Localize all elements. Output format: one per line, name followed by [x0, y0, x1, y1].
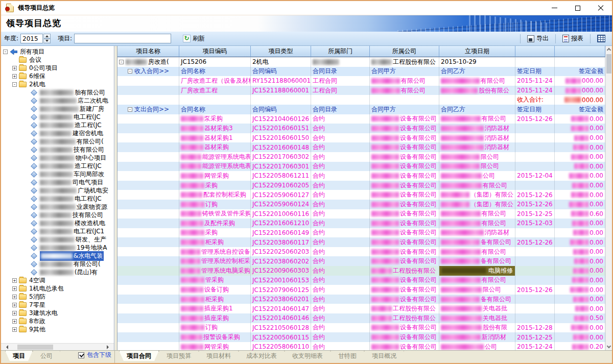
tree-project-item[interactable]: 胎有限公司: [1, 88, 114, 96]
year-input[interactable]: [20, 34, 43, 43]
contract-name-cell[interactable]: 器材采购1: [179, 133, 251, 143]
tree-folder-item[interactable]: +5消防: [1, 293, 114, 301]
tree-folder-item[interactable]: +9其他: [1, 325, 114, 333]
tab-成本对比表[interactable]: 成本对比表: [239, 351, 285, 361]
expense-contract-row[interactable]: 器材采购3JC1522016060151合约设备有限公司消防器材0.00: [117, 124, 605, 133]
contract-name-cell[interactable]: 插座采购1: [179, 304, 251, 313]
expense-contract-row[interactable]: 柜采购JC1522038060201合约设备有限公司备有限公司0.00: [117, 295, 605, 304]
tree-project-item[interactable]: 电工程(JC1: [1, 227, 114, 235]
tab-项目合同[interactable]: 项目合同: [119, 351, 159, 361]
expense-contract-row[interactable]: 网管采购JC1522058061211合约设备有限公司公司2015-12-040…: [117, 171, 605, 181]
collapse-icon[interactable]: -: [119, 60, 124, 64]
maximize-button[interactable]: [566, 1, 589, 15]
contract-name-cell[interactable]: 厂房改造工程: [179, 86, 251, 95]
expense-contract-row[interactable]: 订购JC1522059060124合约设备有限公司（集团）有限公2015-12-…: [117, 200, 605, 209]
project-name-cell[interactable]: -房改造(: [117, 57, 179, 67]
tree-root-item[interactable]: -所有项目: [1, 47, 114, 56]
expand-icon[interactable]: +: [12, 311, 17, 316]
tree-project-item[interactable]: 司电气项目: [1, 178, 114, 186]
expense-contract-row[interactable]: 设备订购JC1522079060125合约设备有限公司限公司2015-12-26…: [117, 285, 605, 295]
tree-folder-item[interactable]: +7零星: [1, 301, 114, 309]
contract-name-cell[interactable]: 泵采购: [179, 114, 251, 124]
grid-view-button[interactable]: [594, 33, 609, 44]
spinner-down-button[interactable]: [43, 39, 51, 44]
income-group-header-row[interactable]: -收入合同>>合同名称合同编码合同目录合同甲方合同乙方签定日期签定金额: [117, 67, 605, 77]
column-header-sign-date[interactable]: [515, 46, 555, 57]
expand-icon[interactable]: +: [12, 278, 17, 283]
contract-name-cell[interactable]: 采购: [179, 181, 251, 190]
expand-icon[interactable]: +: [12, 286, 17, 291]
contract-name-cell[interactable]: 配套控制柜采购: [179, 190, 251, 200]
column-header-project-type[interactable]: 项目类型: [251, 46, 311, 57]
expense-contract-row[interactable]: 报警设备采购JC1522005060115合约设备有限公司新消防材2015-12…: [117, 332, 605, 342]
contract-name-cell[interactable]: 管理系统电脑采购: [179, 266, 251, 276]
scroll-right-icon[interactable]: [107, 345, 111, 349]
expense-contract-row[interactable]: 器材采购1JC1522016060150合约设备有限公司消防器材0.00: [117, 133, 605, 143]
spinner-up-button[interactable]: [43, 34, 51, 39]
expense-contract-row[interactable]: 网管采购JC1522058060110合约设备有限公司公司2015-12-240…: [117, 342, 605, 350]
group-toggle-cell[interactable]: -收入合同>>: [117, 67, 179, 77]
contract-name-cell[interactable]: 采购: [179, 228, 251, 238]
expense-group-header-row[interactable]: -支出合同>>合同名称合同编码合同目录合同甲方合同乙方签定日期签定金额: [117, 105, 605, 114]
contract-name-cell[interactable]: 网管采购: [179, 171, 251, 181]
collapse-icon[interactable]: -: [128, 107, 132, 112]
tab-项目预算[interactable]: 项目预算: [159, 351, 199, 361]
expense-contract-row[interactable]: 柜采购JC1522038060117合约设备有限公司备有限公司2015-12-2…: [117, 237, 605, 247]
contract-name-cell[interactable]: 器材采购3: [179, 124, 251, 133]
column-header-start-date[interactable]: 立项日期: [439, 46, 515, 57]
expense-contract-row[interactable]: 管理系统电脑采购JC1522009060303合约工程股份有限公电脑维修0.00: [117, 266, 605, 276]
scroll-down-icon[interactable]: [607, 344, 611, 348]
contract-name-cell[interactable]: 订购: [179, 200, 251, 209]
contract-name-cell[interactable]: 柜采购: [179, 295, 251, 304]
tree-folder-item[interactable]: +3建筑水电: [1, 309, 114, 317]
tree-project-item[interactable]: 新建厂房: [1, 105, 114, 113]
report-button[interactable]: 报表: [559, 33, 587, 44]
scrollbar-thumb[interactable]: [606, 54, 611, 74]
contract-name-cell[interactable]: 插座采购: [179, 313, 251, 323]
tab-项目材料[interactable]: 项目材料: [199, 351, 239, 361]
tree-project-item[interactable]: (昆山)有: [1, 268, 114, 276]
column-header-department[interactable]: 所属部门: [311, 46, 370, 57]
tree-project-item[interactable]: 技有限公司: [1, 211, 114, 219]
project-summary-row[interactable]: -房改造(JC152062机电工程股份有限公2015-10-29: [117, 57, 605, 67]
contract-name-cell[interactable]: 柜采购: [179, 237, 251, 247]
expand-icon[interactable]: +: [12, 319, 17, 324]
expense-contract-row[interactable]: 配套控制柜采购JC1522059060127合约设备有限公司（集团）有限公201…: [117, 190, 605, 200]
expense-contract-row[interactable]: 插座采购JC1522014060146合约工程股份有限公关电器批0.50: [117, 313, 605, 323]
column-header-company[interactable]: 所属公司: [370, 46, 439, 57]
scroll-left-icon[interactable]: [4, 345, 8, 349]
income-contract-row[interactable]: 厂房改造工程（设备及材料RY1521188060001工程合同有限公司有限公司2…: [117, 76, 605, 86]
tree-project-item[interactable]: 楼改造机电: [1, 219, 114, 227]
tree-folder-item[interactable]: 会议: [1, 56, 114, 64]
contract-name-cell[interactable]: 能源管理系统电表: [179, 152, 251, 162]
collapse-icon[interactable]: -: [3, 50, 8, 54]
contract-name-cell[interactable]: 管理系统控制柜采: [179, 256, 251, 266]
refresh-button[interactable]: ↻ 刷新: [179, 33, 208, 44]
tree-project-item[interactable]: 研发、生产: [1, 235, 114, 244]
project-filter-input[interactable]: [74, 34, 171, 43]
income-total-row[interactable]: 收入合计:000.00: [117, 95, 605, 105]
contract-name-cell[interactable]: 管采购: [179, 276, 251, 285]
collapse-icon[interactable]: -: [128, 69, 132, 74]
include-sublevel-checkbox[interactable]: [78, 352, 84, 358]
group-toggle-cell[interactable]: -支出合同>>: [117, 105, 179, 114]
scroll-up-icon[interactable]: [607, 48, 611, 52]
tree-project-item[interactable]: 物中心项目: [1, 154, 114, 162]
tree-folder-item[interactable]: +8市政: [1, 317, 114, 325]
expense-contract-row[interactable]: 泵采购JC1522104060126合约设备有限公司有限公司2015-12-26…: [117, 114, 605, 124]
expense-contract-row[interactable]: 订购JC1522105060128合约设备有限公司股份有限2015-12-280…: [117, 323, 605, 333]
income-contract-row[interactable]: 厂房改造工程JC1521188060001工程合同有限公司股份有限公2015-1…: [117, 86, 605, 95]
tab-项目[interactable]: 项目: [5, 351, 33, 361]
contract-name-cell[interactable]: 能源管理系统电表: [179, 162, 251, 172]
tree-project-item[interactable]: 技有限公司: [1, 145, 114, 154]
scrollbar-thumb[interactable]: [17, 345, 53, 350]
contract-name-cell[interactable]: 及配件采购: [179, 219, 251, 228]
tree-folder-item[interactable]: +4空调: [1, 276, 114, 284]
expand-icon[interactable]: +: [12, 66, 17, 70]
tree-folder-item[interactable]: -2机电: [1, 80, 114, 88]
tree-project-item[interactable]: 电工程(JC: [1, 113, 114, 121]
tree-project-item[interactable]: &水电气装: [1, 252, 114, 260]
tree-project-item[interactable]: 电工程(JC: [1, 195, 114, 203]
expense-contract-row[interactable]: 采购JC1522091060205合约设备有限公司有限公司0.00: [117, 181, 605, 190]
expense-contract-row[interactable]: 铸铁管及管件采购JC1522010060116合约设备有限公司有限公司2015-…: [117, 209, 605, 219]
